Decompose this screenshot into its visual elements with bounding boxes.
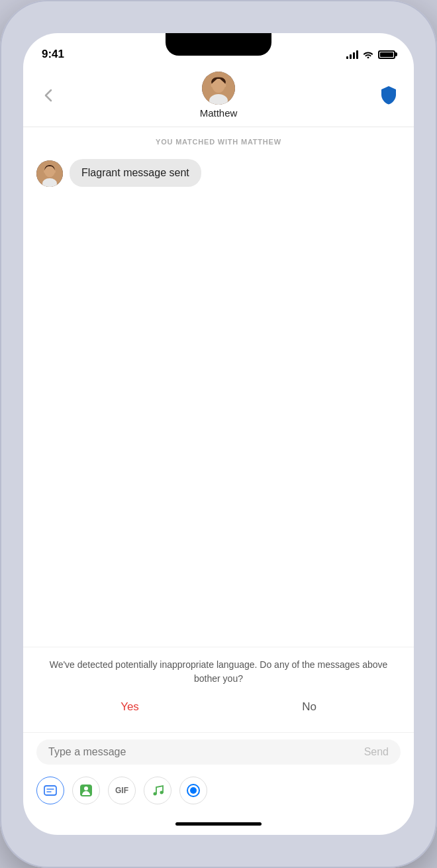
detection-panel: We've detected potentially inappropriate… [23,647,414,732]
action-bar: GIF [23,771,414,812]
gif-label: GIF [115,786,128,795]
svg-point-14 [160,791,164,794]
sender-avatar [36,160,63,187]
svg-point-8 [44,170,46,173]
contact-avatar[interactable] [202,72,235,105]
battery-icon [378,50,395,59]
svg-point-4 [223,84,226,87]
contact-name: Matthew [200,107,238,119]
send-button[interactable]: Send [364,746,389,758]
input-bar: Send [23,732,414,771]
back-button[interactable] [36,83,60,107]
music-button[interactable] [144,777,171,804]
input-row: Send [36,739,401,765]
wifi-icon [362,49,374,60]
shield-button[interactable] [377,83,401,107]
message-bubble: Flagrant message sent [70,159,201,187]
detection-buttons: Yes No [39,695,398,719]
chat-area: YOU MATCHED WITH MATTHEW Flagrant messag… [23,127,414,647]
gif-button[interactable]: GIF [108,777,136,804]
match-banner: YOU MATCHED WITH MATTHEW [36,138,401,146]
sticker-button[interactable] [36,777,64,804]
no-button[interactable]: No [275,695,343,719]
svg-point-13 [154,792,157,796]
status-icons [346,49,395,60]
signal-icon [346,50,358,59]
svg-point-9 [54,170,56,173]
header-center: Matthew [200,72,238,119]
status-time: 9:41 [42,48,64,61]
chat-header: Matthew [23,66,414,127]
home-indicator [23,812,414,835]
svg-point-12 [84,787,88,790]
message-text: Flagrant message sent [81,167,189,178]
home-bar [175,822,262,826]
notch [166,33,271,56]
phone-shell: 9:41 [0,0,437,868]
yes-button[interactable]: Yes [94,695,166,719]
bumble-button[interactable] [179,777,207,804]
svg-point-3 [211,84,213,87]
message-row: Flagrant message sent [36,159,401,187]
phone-screen: 9:41 [23,33,414,835]
message-input[interactable] [48,746,364,758]
bitmoji-button[interactable] [72,777,100,804]
svg-rect-10 [44,786,56,795]
svg-point-16 [190,787,197,794]
detection-description: We've detected potentially inappropriate… [39,658,398,686]
